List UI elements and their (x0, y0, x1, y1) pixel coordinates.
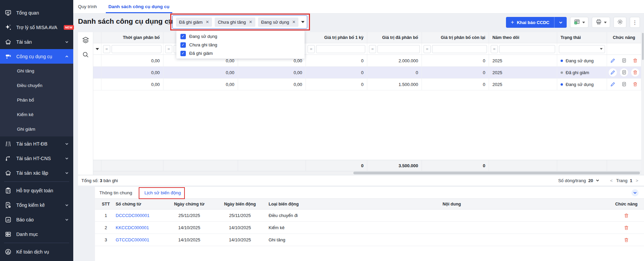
tab-danh-sach-ccdc[interactable]: Danh sách công cụ dụng cụ (109, 0, 170, 13)
column-header-gia-tri-phan-bo-1-ky[interactable]: Giá trị phân bổ 1 kỳ (306, 32, 367, 43)
tab-thong-tin-chung[interactable]: Thông tin chung (99, 190, 132, 195)
column-header-chuc-nang[interactable]: Chức năng (607, 32, 641, 43)
sidebar-subitem-kiem-ke[interactable]: Kiểm kê (0, 107, 73, 122)
settings-button[interactable] (613, 17, 626, 28)
delete-button[interactable] (631, 68, 639, 77)
scrollbar-thumb[interactable] (353, 172, 640, 174)
filter-mini-dropdown[interactable] (93, 43, 101, 55)
history-row[interactable]: 3 GTCCDC000001 14/10/2025 14/10/2025 Ghi… (95, 234, 644, 246)
duplicate-button[interactable] (620, 68, 628, 77)
checkbox-checked-icon[interactable] (180, 51, 186, 56)
filter-input[interactable] (499, 45, 555, 53)
edit-button[interactable] (609, 57, 617, 65)
sidebar-item-misa-ava[interactable]: Trợ lý số MISA AVA NEW (0, 20, 73, 35)
table-row[interactable]: 0,00 0,00 0,00 0 1.500.000 0 2025 Đang s… (93, 79, 641, 90)
delete-button[interactable] (631, 80, 639, 88)
filter-chip-dang-su-dung[interactable]: Đang sử dụng (258, 18, 299, 27)
filter-chip-chua-ghi-tang[interactable]: Chưa ghi tăng (215, 18, 255, 27)
next-page-button[interactable]: > (635, 178, 639, 183)
filter-status-select[interactable] (559, 45, 605, 53)
filter-operator[interactable]: = (491, 45, 498, 53)
document-link[interactable]: KKCCDC000001 (116, 225, 149, 230)
sidebar-item-ke-toan-dich-vu[interactable]: Kế toán dịch vụ (0, 244, 73, 259)
sidebar-subitem-dieu-chuyen[interactable]: Điều chuyển (0, 78, 73, 93)
edit-button[interactable] (609, 80, 617, 88)
sidebar-subitem-ghi-tang[interactable]: Ghi tăng (0, 64, 73, 78)
column-header-gia-tri-phan-bo-con-lai[interactable]: Giá trị phân bổ còn lại (422, 32, 489, 43)
sidebar-item-ho-tro-quyet-toan[interactable]: Hỗ trợ quyết toán (0, 183, 73, 198)
sidebar-item-tong-quan[interactable]: Tổng quan (0, 5, 73, 20)
declare-ccdc-button[interactable]: Khai báo CCDC (506, 17, 567, 28)
collapse-panel-button[interactable] (631, 189, 639, 196)
delete-button[interactable] (622, 212, 630, 220)
prev-page-button[interactable]: < (609, 178, 614, 183)
declare-dropdown-toggle[interactable] (554, 17, 567, 28)
filter-operator[interactable]: = (103, 45, 110, 53)
table-row-selected[interactable]: 0,00 0,00 0,00 0 0 0 2025 Đã ghi giảm (93, 67, 641, 79)
delete-button[interactable] (622, 236, 630, 244)
filter-operator[interactable]: = (424, 45, 431, 53)
filter-chip-da-ghi-giam[interactable]: Đã ghi giảm (176, 18, 212, 27)
chevron-down-icon[interactable] (596, 178, 600, 182)
print-button[interactable] (592, 17, 610, 28)
layers-icon[interactable] (82, 36, 90, 45)
sidebar-item-danh-muc[interactable]: Danh mục (0, 227, 73, 241)
cell-status: Đã ghi giảm (557, 67, 607, 78)
tab-quy-trinh[interactable]: Quy trình (78, 0, 97, 13)
filter-input[interactable] (112, 45, 161, 53)
vertical-scrollbar[interactable] (642, 32, 644, 175)
tab-lich-su-bien-dong[interactable]: Lịch sử biến động (144, 190, 181, 195)
document-link[interactable]: GTCCDC000001 (116, 237, 149, 242)
delete-button[interactable] (631, 57, 639, 65)
more-options-button[interactable] (630, 17, 640, 28)
sidebar-item-tai-san-ht-db[interactable]: Tài sản HT-ĐB (0, 136, 73, 151)
doc-check-icon (4, 201, 12, 209)
sidebar-item-cong-cu-dung-cu[interactable]: Công cụ dụng cụ (0, 49, 73, 64)
column-header-gia-tri-da-phan-bo[interactable]: Giá trị đã phân bổ (367, 32, 422, 43)
total-records: Tổng số: 3 bản ghi (81, 178, 118, 183)
duplicate-button[interactable] (620, 80, 628, 88)
export-excel-button[interactable]: X (570, 17, 588, 28)
duplicate-button[interactable] (620, 57, 628, 65)
column-header-thoi-gian-phan-bo[interactable]: Thời gian phân bổ (101, 32, 163, 43)
dropdown-option-chua-ghi-tang[interactable]: Chưa ghi tăng (176, 41, 305, 49)
edit-button[interactable] (609, 68, 617, 77)
filter-input[interactable] (316, 45, 365, 53)
sidebar-item-tai-san-xac-lap[interactable]: Tài sản xác lập (0, 166, 73, 180)
sidebar-subitem-ghi-giam[interactable]: Ghi giảm (0, 122, 73, 136)
rows-per-page-value[interactable]: 20 (588, 178, 593, 183)
column-header-ngay-chung-tu: Ngày chứng từ (164, 199, 215, 209)
chevron-down-icon[interactable] (301, 21, 305, 23)
history-row[interactable]: 2 KKCCDC000001 14/10/2025 14/10/2025 Kiể… (95, 222, 644, 234)
filter-input[interactable] (432, 45, 487, 53)
scrollbar-thumb[interactable] (642, 33, 644, 60)
chip-remove-icon[interactable] (206, 20, 209, 24)
sidebar-subitem-phan-bo[interactable]: Phân bổ (0, 93, 73, 107)
sidebar-item-bao-cao[interactable]: Báo cáo (0, 212, 73, 227)
sidebar-item-tong-kiem-ke[interactable]: Tổng kiểm kê (0, 198, 73, 212)
filter-input[interactable] (377, 45, 420, 53)
column-header-ngay-bien-dong: Ngày biến động (215, 199, 265, 209)
column-header-trang-thai[interactable]: Trạng thái (557, 32, 607, 43)
checkbox-checked-icon[interactable] (180, 34, 186, 39)
dropdown-option-dang-su-dung[interactable]: Đang sử dụng (176, 32, 305, 41)
sidebar-item-tai-san[interactable]: Tài sản (0, 35, 73, 49)
lock-icon[interactable] (166, 19, 173, 26)
filter-operator[interactable]: = (308, 45, 315, 53)
history-row[interactable]: 1 DCCCDC000001 25/11/2025 25/11/2025 Điề… (95, 210, 644, 222)
horizontal-scrollbar[interactable] (93, 171, 641, 175)
status-filter-multiselect[interactable]: Đã ghi giảm Chưa ghi tăng Đang sử dụng (172, 15, 307, 29)
chip-remove-icon[interactable] (249, 20, 252, 24)
search-icon[interactable] (82, 51, 89, 59)
document-link[interactable]: DCCCDC000001 (116, 213, 150, 218)
filter-operator[interactable]: = (369, 45, 376, 53)
column-header-mini[interactable] (93, 32, 101, 43)
delete-button[interactable] (622, 224, 630, 232)
checkbox-checked-icon[interactable] (180, 42, 186, 48)
table-row[interactable]: 0,00 0,00 0,00 0 2.000.000 0 2025 Đang s… (93, 55, 641, 67)
filter-operator[interactable]: = (165, 45, 172, 53)
chip-remove-icon[interactable] (292, 20, 295, 24)
dropdown-option-da-ghi-giam[interactable]: Đã ghi giảm (176, 49, 305, 58)
sidebar-item-tai-san-ht-cns[interactable]: Tài sản HT-CNS (0, 151, 73, 166)
column-header-nam-theo-doi[interactable]: Năm theo dõi (489, 32, 557, 43)
